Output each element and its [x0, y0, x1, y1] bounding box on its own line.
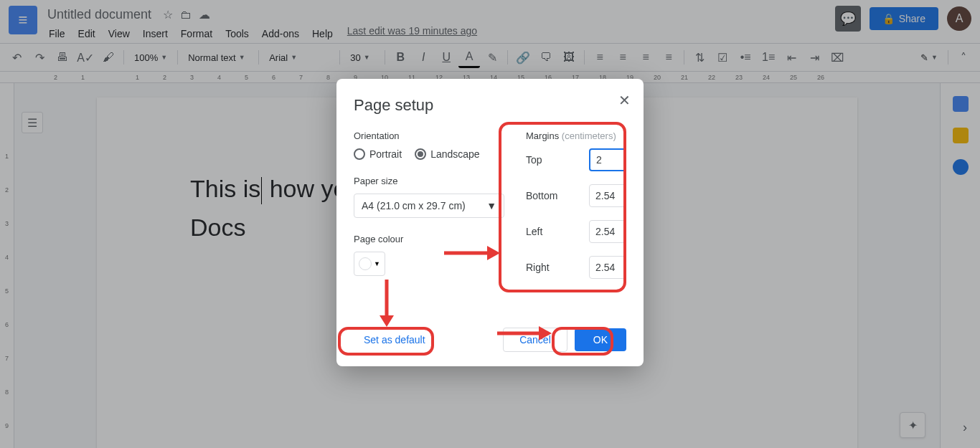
margin-right-input[interactable] — [589, 256, 626, 279]
orientation-label: Orientation — [354, 130, 504, 141]
modal-overlay: Page setup ✕ Orientation Portrait Landsc… — [0, 0, 980, 448]
svg-marker-3 — [380, 315, 394, 327]
set-default-button[interactable]: Set as default — [354, 328, 435, 351]
cancel-button[interactable]: Cancel — [503, 328, 567, 352]
paper-size-dropdown[interactable]: A4 (21.0 cm x 29.7 cm)▼ — [354, 194, 504, 218]
page-colour-dropdown[interactable]: ▼ — [354, 252, 385, 276]
page-setup-dialog: Page setup ✕ Orientation Portrait Landsc… — [336, 79, 644, 366]
close-icon[interactable]: ✕ — [618, 92, 631, 109]
paper-size-label: Paper size — [354, 176, 504, 186]
margin-right-label: Right — [526, 262, 550, 273]
margin-top-label: Top — [526, 154, 542, 166]
chevron-down-icon: ▼ — [486, 200, 496, 211]
portrait-radio[interactable]: Portrait — [354, 148, 402, 160]
margin-left-input[interactable] — [589, 220, 626, 243]
landscape-radio[interactable]: Landscape — [415, 148, 480, 160]
margins-label: Margins (centimeters) — [526, 130, 626, 141]
ok-button[interactable]: OK — [575, 328, 626, 351]
margin-left-label: Left — [526, 226, 542, 237]
page-colour-label: Page colour — [354, 234, 504, 244]
margin-top-input[interactable] — [589, 148, 626, 171]
margin-bottom-label: Bottom — [526, 190, 557, 201]
dialog-title: Page setup — [354, 96, 626, 115]
margin-bottom-input[interactable] — [589, 184, 626, 207]
